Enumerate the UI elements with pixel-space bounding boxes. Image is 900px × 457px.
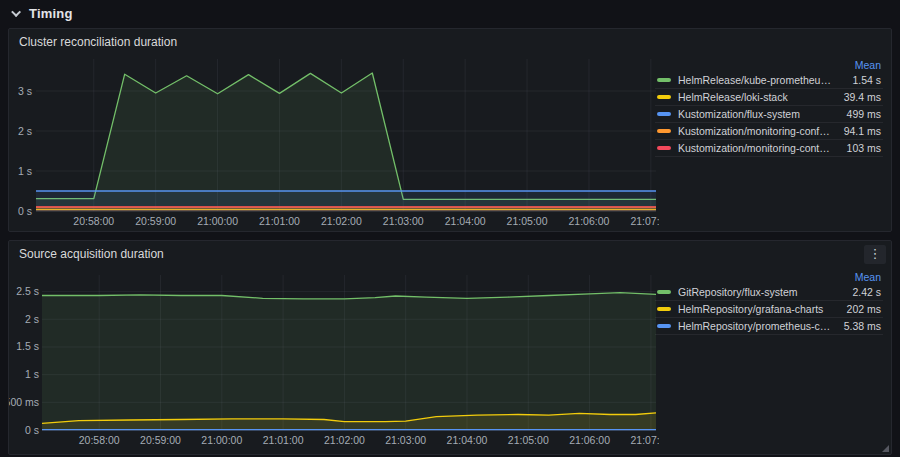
legend-series-label[interactable]: HelmRepository/grafana-charts	[678, 303, 832, 315]
y-tick-label: 500 ms	[9, 396, 39, 408]
legend-mean-value: 103 ms	[837, 142, 881, 154]
x-tick-label: 21:06:00	[569, 434, 610, 446]
series-color-swatch-icon	[657, 324, 671, 328]
legend-header-row: Mean	[655, 57, 883, 72]
legend-series-label[interactable]: HelmRelease/kube-prometheus-stack	[678, 74, 832, 86]
y-tick-label: 3 s	[18, 85, 32, 97]
legend-series-label[interactable]: Kustomization/monitoring-configs	[678, 125, 832, 137]
x-tick-label: 21:04:00	[447, 434, 488, 446]
y-tick-label: 0 s	[18, 205, 32, 217]
section-title: Timing	[29, 6, 73, 21]
legend-series-label[interactable]: GitRepository/flux-system	[678, 286, 832, 298]
series-color-swatch-icon	[657, 95, 671, 99]
x-tick-label: 21:03:00	[383, 215, 424, 227]
x-tick-label: 21:01:00	[259, 215, 300, 227]
x-tick-label: 21:01:00	[263, 434, 304, 446]
panel-resize-handle[interactable]	[882, 445, 889, 452]
legend-item[interactable]: Kustomization/monitoring-controllers103 …	[655, 140, 883, 157]
legend-mean-value: 2.42 s	[837, 286, 881, 298]
legend: Mean HelmRelease/kube-prometheus-stack1.…	[655, 57, 883, 157]
x-tick-label: 20:59:00	[140, 434, 181, 446]
legend-mean-value: 5.38 ms	[837, 320, 881, 332]
x-tick-label: 21:07:00	[630, 215, 659, 227]
x-tick-label: 21:03:00	[385, 434, 426, 446]
panel-source-acquisition-duration: Source acquisition duration ⋮ 20:58:0020…	[8, 240, 892, 455]
chart-area[interactable]: 20:58:0020:59:0021:00:0021:01:0021:02:00…	[9, 53, 659, 233]
legend-item[interactable]: Kustomization/flux-system499 ms	[655, 106, 883, 123]
legend-mean-value: 94.1 ms	[837, 125, 881, 137]
legend-series-label[interactable]: Kustomization/flux-system	[678, 108, 832, 120]
y-tick-label: 2 s	[18, 125, 32, 137]
panel-title[interactable]: Cluster reconciliation duration	[19, 35, 177, 49]
x-tick-label: 20:58:00	[79, 434, 120, 446]
y-tick-label: 2 s	[25, 313, 39, 325]
y-tick-label: 1.5 s	[16, 340, 39, 352]
x-tick-label: 21:00:00	[201, 434, 242, 446]
legend-series-label[interactable]: HelmRepository/prometheus-community	[678, 320, 832, 332]
chart-canvas[interactable]: 20:58:0020:59:0021:00:0021:01:0021:02:00…	[9, 53, 659, 233]
legend-mean-value: 1.54 s	[837, 74, 881, 86]
x-tick-label: 21:02:00	[324, 434, 365, 446]
x-tick-label: 21:00:00	[197, 215, 238, 227]
chart-area[interactable]: 20:58:0020:59:0021:00:0021:01:0021:02:00…	[9, 265, 659, 453]
series-color-swatch-icon	[657, 290, 671, 294]
series-fill	[36, 73, 656, 211]
legend-series-label[interactable]: HelmRelease/loki-stack	[678, 91, 832, 103]
legend-item[interactable]: GitRepository/flux-system2.42 s	[655, 284, 883, 301]
x-tick-label: 21:05:00	[508, 434, 549, 446]
y-tick-label: 2.5 s	[16, 285, 39, 297]
legend-mean-header[interactable]: Mean	[855, 271, 881, 283]
x-tick-label: 20:59:00	[135, 215, 176, 227]
panel-title[interactable]: Source acquisition duration	[19, 247, 164, 261]
legend-rows: GitRepository/flux-system2.42 sHelmRepos…	[655, 284, 883, 335]
section-row-timing[interactable]: Timing	[6, 0, 77, 27]
y-tick-label: 0 s	[25, 424, 39, 436]
y-tick-label: 1 s	[25, 368, 39, 380]
legend-rows: HelmRelease/kube-prometheus-stack1.54 sH…	[655, 72, 883, 157]
legend-mean-value: 499 ms	[837, 108, 881, 120]
series-color-swatch-icon	[657, 146, 671, 150]
panel-cluster-reconciliation-duration: Cluster reconciliation duration 20:58:00…	[8, 28, 892, 232]
series-color-swatch-icon	[657, 78, 671, 82]
legend-item[interactable]: HelmRepository/prometheus-community5.38 …	[655, 318, 883, 335]
legend-mean-value: 202 ms	[837, 303, 881, 315]
series-fill	[42, 293, 656, 430]
legend-mean-header[interactable]: Mean	[855, 59, 881, 71]
x-tick-label: 21:02:00	[321, 215, 362, 227]
chart-canvas[interactable]: 20:58:0020:59:0021:00:0021:01:0021:02:00…	[9, 265, 659, 453]
legend-header-row: Mean	[655, 269, 883, 284]
series-color-swatch-icon	[657, 307, 671, 311]
x-tick-label: 20:58:00	[73, 215, 114, 227]
y-tick-label: 1 s	[18, 165, 32, 177]
panel-menu-icon[interactable]: ⋮	[864, 245, 886, 264]
x-tick-label: 21:07:00	[630, 434, 659, 446]
series-color-swatch-icon	[657, 112, 671, 116]
x-tick-label: 21:04:00	[445, 215, 486, 227]
legend-mean-value: 39.4 ms	[837, 91, 881, 103]
legend-item[interactable]: HelmRelease/loki-stack39.4 ms	[655, 89, 883, 106]
x-tick-label: 21:06:00	[569, 215, 610, 227]
chevron-down-icon	[11, 7, 21, 17]
legend-item[interactable]: Kustomization/monitoring-configs94.1 ms	[655, 123, 883, 140]
series-color-swatch-icon	[657, 129, 671, 133]
legend: Mean GitRepository/flux-system2.42 sHelm…	[655, 269, 883, 335]
legend-series-label[interactable]: Kustomization/monitoring-controllers	[678, 142, 832, 154]
legend-item[interactable]: HelmRelease/kube-prometheus-stack1.54 s	[655, 72, 883, 89]
x-tick-label: 21:05:00	[507, 215, 548, 227]
legend-item[interactable]: HelmRepository/grafana-charts202 ms	[655, 301, 883, 318]
